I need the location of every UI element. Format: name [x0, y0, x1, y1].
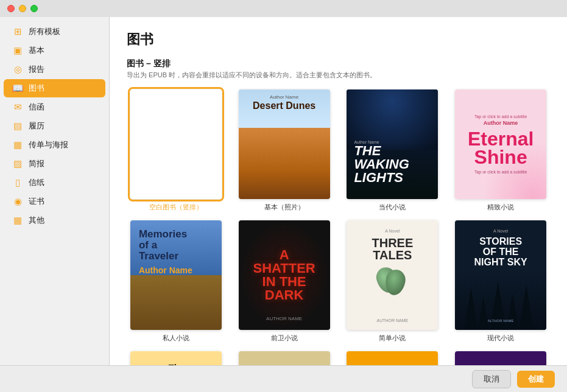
titlebar [0, 0, 567, 17]
newsletter-icon: ▨ [12, 158, 23, 169]
template-personal[interactable]: Memoriesof aTraveler Author Name 私人小说 [127, 220, 225, 343]
bottom-bar: 取消 创建 [0, 365, 567, 392]
template-howto[interactable]: HOW TO: WORK &TRAVELTRAVEL 旅行指南 [343, 351, 442, 365]
template-puzzle[interactable]: 拼图 [235, 351, 334, 365]
template-seasons[interactable]: TheSeasonsof Paris 巴黎四季 [127, 351, 225, 365]
sidebar-item-stationery[interactable]: ▯信纸 [4, 173, 105, 192]
shine-title: EternalShine [468, 130, 534, 167]
shatter-title: ASHATTERIN THEDARK [253, 248, 315, 302]
close-button[interactable] [7, 5, 15, 12]
template-blank[interactable]: 空白图书（竖排） [127, 89, 225, 212]
label-desert: 基本（照片） [264, 203, 305, 212]
template-avant[interactable]: ASHATTERIN THEDARK AUTHOR NAME 前卫小说 [235, 220, 334, 343]
cover-nightsky: A Novel STORIESOF THENIGHT SKY ALTH [455, 220, 546, 330]
template-contemporary[interactable]: Author Name THEWAKINGLIGHTS 当代小说 [343, 89, 442, 212]
label-blank: 空白图书（竖排） [149, 203, 203, 212]
template-modern[interactable]: A Novel STORIESOF THENIGHT SKY ALTH [451, 220, 550, 343]
sidebar-item-newsletter[interactable]: ▨简报 [4, 155, 105, 173]
sidebar-item-report[interactable]: ◎报告 [4, 60, 105, 79]
report-icon: ◎ [12, 64, 23, 75]
sidebar-label-newsletter: 简报 [29, 158, 44, 169]
cover-seasons: TheSeasonsof Paris [130, 351, 222, 365]
cover-desert: Author Name Desert Dunes [239, 89, 330, 199]
cover-blank [130, 89, 222, 199]
template-desert[interactable]: Author Name Desert Dunes 基本（照片） [235, 89, 334, 212]
sidebar-label-stationery: 信纸 [29, 177, 44, 188]
cover-shatter: ASHATTERIN THEDARK AUTHOR NAME [239, 220, 330, 330]
sidebar-label-letter: 信函 [29, 102, 44, 113]
label-personal: 私人小说 [163, 334, 189, 343]
template-grid: 空白图书（竖排） Author Name Desert Dunes 基本（照片） [127, 89, 550, 365]
page-title: 图书 [127, 30, 550, 49]
sidebar-item-letter[interactable]: ✉信函 [4, 98, 105, 116]
seasons-title: TheSeasonsof Paris [157, 362, 195, 365]
shine-sub: Tap or click to add a subtitle [474, 170, 527, 174]
shine-author: Author Name [484, 120, 518, 126]
flyer-icon: ▦ [12, 139, 23, 150]
sidebar-label-report: 报告 [29, 64, 44, 75]
threetales-author: AUTHOR NAME [347, 318, 438, 323]
threetales-novel: A Novel [385, 229, 400, 233]
label-modern: 现代小说 [487, 334, 514, 343]
sidebar-item-book[interactable]: 📖图书 [4, 79, 105, 97]
certificate-icon: ◉ [12, 196, 23, 207]
shine-tip: Tap or click to add a subtitle [474, 114, 527, 119]
template-refined[interactable]: Tap or click to add a subtitle Author Na… [451, 89, 550, 212]
sidebar-label-flyer: 传单与海报 [29, 139, 68, 150]
cover-howto: HOW TO: WORK &TRAVELTRAVEL [347, 351, 438, 365]
sidebar-label-all: 所有模板 [29, 26, 60, 37]
sidebar-item-all[interactable]: ⊞所有模板 [4, 23, 105, 41]
desert-title-text: Desert Dunes [239, 100, 330, 111]
all-icon: ⊞ [12, 26, 23, 37]
cancel-button[interactable]: 取消 [472, 370, 511, 388]
sidebar-label-resume: 履历 [29, 121, 44, 131]
label-avant: 前卫小说 [271, 334, 298, 343]
section-desc: 导出为 EPUB 时，内容会重排以适应不同的设备和方向。适合主要包含文本的图书。 [127, 71, 550, 80]
cover-chemistry: ⊕ AUTHOR NAME APPLIEDCHEMISTRY FIRST EDI… [455, 351, 546, 365]
desert-author-text: Author Name [239, 94, 330, 100]
label-contemporary: 当代小说 [379, 203, 406, 212]
sidebar-item-other[interactable]: ▦其他 [4, 211, 105, 229]
template-chemistry[interactable]: ⊕ AUTHOR NAME APPLIEDCHEMISTRY FIRST EDI… [451, 351, 550, 365]
template-simple[interactable]: A Novel THREETALES AUTHOR NAME 简单小说 [343, 220, 442, 343]
letter-icon: ✉ [12, 102, 23, 113]
sidebar-item-basic[interactable]: ▣基本 [4, 41, 105, 60]
content-area: 图书 图书 – 竖排 导出为 EPUB 时，内容会重排以适应不同的设备和方向。适… [110, 17, 567, 365]
section-title: 图书 – 竖排 [127, 58, 550, 69]
sidebar-item-resume[interactable]: ▤履历 [4, 117, 105, 135]
cover-shine: Tap or click to add a subtitle Author Na… [455, 89, 546, 199]
shatter-author: AUTHOR NAME [239, 316, 330, 321]
threetales-title: THREETALES [372, 237, 413, 261]
cover-puzzle [239, 351, 330, 365]
cover-memories: Memoriesof aTraveler Author Name [130, 220, 222, 330]
resume-icon: ▤ [12, 121, 23, 131]
book-icon: 📖 [12, 83, 23, 94]
stationery-icon: ▯ [12, 177, 23, 188]
label-refined: 精致小说 [487, 203, 514, 212]
maximize-button[interactable] [30, 5, 38, 12]
cover-threetales: A Novel THREETALES AUTHOR NAME [347, 220, 438, 330]
sidebar-item-certificate[interactable]: ◉证书 [4, 192, 105, 211]
sidebar-item-flyer[interactable]: ▦传单与海报 [4, 136, 105, 154]
waking-title: THEWAKINGLIGHTS [354, 144, 431, 184]
nightsky-novel: A Novel [493, 229, 508, 233]
label-simple: 简单小说 [379, 334, 406, 343]
main-container: ⊞所有模板▣基本◎报告📖图书✉信函▤履历▦传单与海报▨简报▯信纸◉证书▦其他 图… [0, 17, 567, 365]
create-button[interactable]: 创建 [517, 371, 555, 388]
memories-author: Author Name [139, 265, 213, 275]
cover-waking: Author Name THEWAKINGLIGHTS [347, 89, 438, 199]
sidebar: ⊞所有模板▣基本◎报告📖图书✉信函▤履历▦传单与海报▨简报▯信纸◉证书▦其他 [0, 17, 110, 365]
sidebar-label-basic: 基本 [29, 45, 44, 56]
other-icon: ▦ [12, 215, 23, 226]
sidebar-label-book: 图书 [29, 83, 44, 94]
sidebar-label-certificate: 证书 [29, 196, 44, 207]
memories-title: Memoriesof aTraveler [139, 229, 213, 262]
minimize-button[interactable] [19, 5, 26, 12]
nightsky-title: STORIESOF THENIGHT SKY [474, 237, 527, 267]
sidebar-label-other: 其他 [29, 215, 44, 226]
nightsky-author: ALTHOR NAME [455, 319, 546, 323]
basic-icon: ▣ [12, 45, 23, 56]
